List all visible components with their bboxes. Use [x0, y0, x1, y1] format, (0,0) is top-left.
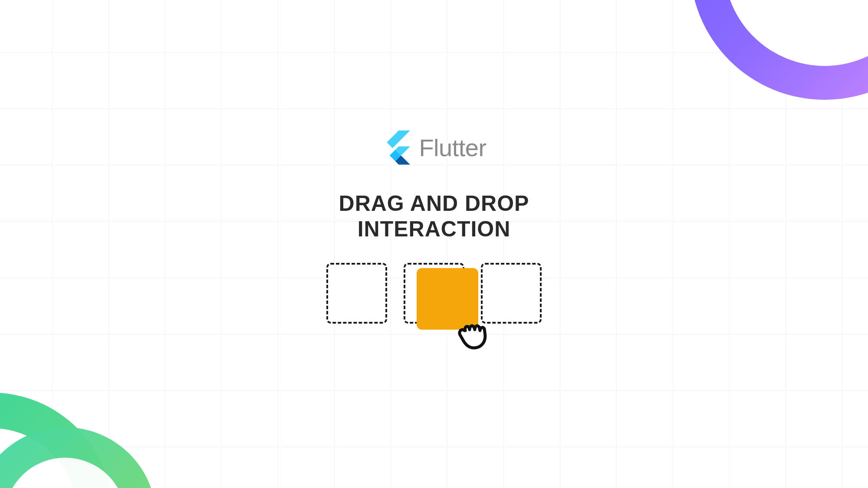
brand-name: Flutter [419, 134, 486, 162]
draggable-tile[interactable] [417, 268, 478, 330]
headline: DRAG AND DROP INTERACTION [339, 191, 529, 242]
dropzone-right[interactable] [481, 263, 542, 324]
stage: Flutter DRAG AND DROP INTERACTION [0, 0, 868, 471]
dropzone-left[interactable] [326, 263, 387, 324]
drag-drop-demo [326, 263, 542, 324]
flutter-logo-icon [381, 130, 410, 166]
brand-row: Flutter [381, 130, 486, 166]
headline-line-2: INTERACTION [339, 216, 529, 242]
headline-line-1: DRAG AND DROP [339, 191, 529, 216]
